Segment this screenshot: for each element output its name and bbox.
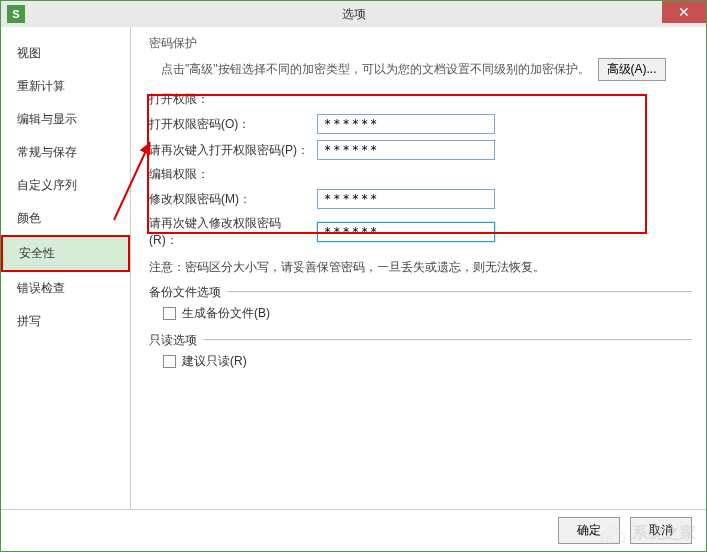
options-dialog: S 选项 ✕ 视图 重新计算 编辑与显示 常规与保存 自定义序列 颜色 安全性 … — [0, 0, 707, 552]
edit-perm-title: 编辑权限： — [149, 166, 692, 183]
open-password-confirm-input[interactable] — [317, 140, 495, 160]
sidebar-item-color[interactable]: 颜色 — [1, 202, 130, 235]
close-button[interactable]: ✕ — [662, 1, 706, 23]
sidebar-item-recalc[interactable]: 重新计算 — [1, 70, 130, 103]
permission-group: 打开权限： 打开权限密码(O)： 请再次键入打开权限密码(P)： 编辑权限： 修… — [149, 91, 692, 249]
dialog-footer: 确定 取消 系统之家 — [1, 509, 706, 551]
password-protect-label: 密码保护 — [149, 35, 692, 52]
edit-password-confirm-input[interactable] — [317, 222, 495, 242]
backup-fieldset: 备份文件选项 生成备份文件(B) — [149, 284, 692, 322]
sidebar-item-security[interactable]: 安全性 — [1, 235, 130, 272]
readonly-fieldset: 只读选项 建议只读(R) — [149, 332, 692, 370]
cancel-button[interactable]: 取消 — [630, 517, 692, 544]
edit-pw-confirm-label: 请再次键入修改权限密码(R)： — [149, 215, 309, 249]
readonly-checkbox-row: 建议只读(R) — [163, 353, 692, 370]
open-password-input[interactable] — [317, 114, 495, 134]
app-icon: S — [7, 5, 25, 23]
sidebar-item-view[interactable]: 视图 — [1, 37, 130, 70]
sidebar: 视图 重新计算 编辑与显示 常规与保存 自定义序列 颜色 安全性 错误检查 拼写 — [1, 27, 131, 509]
edit-pw-confirm-row: 请再次键入修改权限密码(R)： — [149, 215, 692, 249]
open-pw-confirm-row: 请再次键入打开权限密码(P)： — [149, 140, 692, 160]
window-title: 选项 — [342, 6, 366, 23]
backup-checkbox[interactable] — [163, 307, 176, 320]
sidebar-item-error-check[interactable]: 错误检查 — [1, 272, 130, 305]
content-panel: 密码保护 点击"高级"按钮选择不同的加密类型，可以为您的文档设置不同级别的加密保… — [131, 27, 706, 509]
readonly-checkbox-label: 建议只读(R) — [182, 353, 247, 370]
open-pw-confirm-label: 请再次键入打开权限密码(P)： — [149, 142, 309, 159]
hint-row: 点击"高级"按钮选择不同的加密类型，可以为您的文档设置不同级别的加密保护。 高级… — [161, 58, 692, 81]
backup-checkbox-label: 生成备份文件(B) — [182, 305, 270, 322]
hint-text: 点击"高级"按钮选择不同的加密类型，可以为您的文档设置不同级别的加密保护。 — [161, 61, 590, 78]
edit-pw-label: 修改权限密码(M)： — [149, 191, 309, 208]
ok-button[interactable]: 确定 — [558, 517, 620, 544]
readonly-title: 只读选项 — [149, 332, 203, 349]
sidebar-item-spelling[interactable]: 拼写 — [1, 305, 130, 338]
advanced-button[interactable]: 高级(A)... — [598, 58, 666, 81]
readonly-checkbox[interactable] — [163, 355, 176, 368]
backup-checkbox-row: 生成备份文件(B) — [163, 305, 692, 322]
titlebar: S 选项 ✕ — [1, 1, 706, 27]
open-perm-title: 打开权限： — [149, 91, 692, 108]
edit-pw-row: 修改权限密码(M)： — [149, 189, 692, 209]
edit-password-input[interactable] — [317, 189, 495, 209]
dialog-body: 视图 重新计算 编辑与显示 常规与保存 自定义序列 颜色 安全性 错误检查 拼写… — [1, 27, 706, 509]
sidebar-item-general-save[interactable]: 常规与保存 — [1, 136, 130, 169]
password-note: 注意：密码区分大小写，请妥善保管密码，一旦丢失或遗忘，则无法恢复。 — [149, 259, 692, 276]
sidebar-item-custom-list[interactable]: 自定义序列 — [1, 169, 130, 202]
open-pw-row: 打开权限密码(O)： — [149, 114, 692, 134]
backup-title: 备份文件选项 — [149, 284, 227, 301]
sidebar-item-edit-display[interactable]: 编辑与显示 — [1, 103, 130, 136]
open-pw-label: 打开权限密码(O)： — [149, 116, 309, 133]
